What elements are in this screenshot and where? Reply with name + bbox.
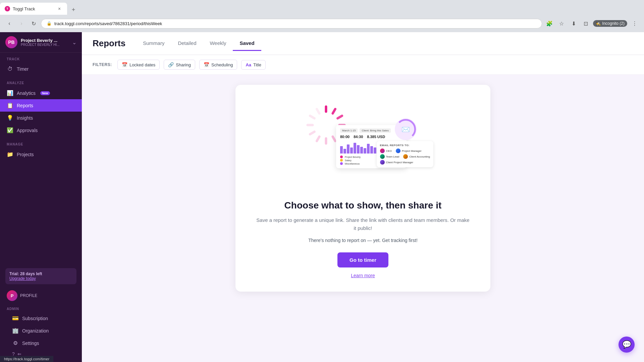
tab-summary[interactable]: Summary (136, 36, 171, 51)
incognito-label: Incognito (2) (602, 21, 625, 26)
recipient-avatar-tl (380, 154, 385, 159)
chat-icon: 💬 (622, 340, 631, 349)
browser-chrome: T Toggl Track × + ‹ › ↻ 🔒 track.toggl.co… (0, 0, 644, 32)
upgrade-link[interactable]: Upgrade today (9, 276, 72, 281)
filters-bar: FILTERS: 📅 Locked dates 🔗 Sharing 📅 Sche… (82, 55, 644, 75)
analyze-section-label: ANALYZE (0, 79, 82, 87)
analytics-label: Analytics (17, 90, 36, 96)
insights-icon: 💡 (7, 115, 13, 121)
reports-page-title: Reports (93, 38, 125, 49)
split-screen-icon[interactable]: ⊡ (581, 19, 590, 28)
sidebar-item-projects[interactable]: 📁 Projects (0, 148, 82, 161)
nav-bar: ‹ › ↻ 🔒 track.toggl.com/reports/saved/78… (0, 15, 644, 32)
filter-title[interactable]: Aa Title (241, 60, 266, 70)
card-subtext: Save a report to generate a unique link.… (256, 216, 470, 232)
url-bar[interactable]: 🔒 track.toggl.com/reports/saved/7862831/… (41, 19, 542, 28)
filter-locked-dates[interactable]: 📅 Locked dates (117, 60, 160, 70)
sidebar-item-insights[interactable]: 💡 Insights (0, 112, 82, 124)
illustration-container: March 1-15 Client: Bring this Sales 80:0… (292, 98, 433, 192)
scheduling-label: Scheduling (211, 62, 233, 67)
sidebar-item-reports[interactable]: 📋 Reports (0, 99, 82, 112)
svg-line-5 (333, 137, 335, 141)
tab-close-button[interactable]: × (56, 6, 62, 12)
reports-tabs: Summary Detailed Weekly Saved (136, 36, 261, 51)
trial-text: Trial: 28 days left (9, 272, 72, 276)
email-recipients-title: EMAIL REPORTS TO: (380, 144, 430, 147)
svg-line-10 (310, 116, 314, 119)
recipient-avatar-ceo (380, 148, 385, 153)
filter-scheduling[interactable]: 📅 Scheduling (199, 60, 237, 70)
nav-right-controls: 🧩 ☆ ⬇ ⊡ 🕵 Incognito (2) ⋮ (545, 19, 639, 28)
card-heading: Choose what to show, then share it (284, 200, 442, 211)
title-label: Title (253, 62, 261, 67)
sidebar-toggle-button[interactable]: ⌄ (72, 39, 76, 46)
subscription-icon: 💳 (12, 315, 19, 321)
new-tab-button[interactable]: + (68, 5, 78, 15)
sidebar-item-subscription[interactable]: 💳 Subscription (5, 312, 76, 324)
avatar: P (7, 290, 17, 301)
settings-label: Settings (22, 341, 39, 346)
sidebar-item-settings[interactable]: ⚙ Settings (5, 337, 76, 349)
recipient-name-tl: Team Lead (386, 155, 399, 158)
analyze-section: ANALYZE 📊 Analytics New 📋 Reports 💡 Insi… (0, 76, 82, 138)
approvals-icon: ✅ (7, 127, 13, 133)
active-tab[interactable]: T Toggl Track × (0, 3, 67, 15)
central-card: March 1-15 Client: Bring this Sales 80:0… (235, 85, 490, 292)
svg-line-8 (310, 132, 314, 134)
reload-button[interactable]: ↻ (29, 19, 38, 28)
back-button[interactable]: ‹ (5, 19, 14, 28)
track-section-label: TRACK (0, 55, 82, 63)
title-icon: Aa (246, 62, 251, 67)
incognito-icon: 🕵 (596, 21, 601, 26)
reports-header: Reports Summary Detailed Weekly Saved (82, 32, 644, 55)
track-section: TRACK ⏱ Timer (0, 53, 82, 76)
download-icon[interactable]: ⬇ (569, 19, 578, 28)
url-text: track.toggl.com/reports/saved/7862831/pe… (54, 21, 162, 26)
approvals-label: Approvals (17, 128, 38, 133)
svg-line-2 (338, 116, 342, 119)
timer-icon: ⏱ (7, 66, 13, 72)
sidebar: PB Project Beverly ... PROJECT BEVERLY H… (0, 32, 82, 362)
manage-section-label: MANAGE (0, 140, 82, 148)
extensions-icon[interactable]: 🧩 (545, 19, 554, 28)
scheduling-icon: 📅 (204, 62, 209, 67)
timer-label: Timer (17, 66, 29, 72)
preview-date-chip: March 1-15 (340, 128, 358, 133)
card-notice: There's nothing to report on — yet. Get … (308, 238, 418, 243)
preview-stat-1: 80:00 (340, 135, 350, 139)
recipient-name-ca: Client Accounting (409, 155, 430, 158)
forward-button[interactable]: › (17, 19, 26, 28)
project-name: Project Beverly ... (21, 38, 69, 43)
sidebar-header[interactable]: PB Project Beverly ... PROJECT BEVERLY H… (0, 32, 82, 53)
reports-label: Reports (17, 103, 33, 108)
status-bar: https://track.toggl.com/timer (0, 356, 53, 362)
sidebar-item-approvals[interactable]: ✅ Approvals (0, 124, 82, 136)
tab-weekly[interactable]: Weekly (203, 36, 233, 51)
projects-label: Projects (17, 152, 34, 157)
go-to-timer-button[interactable]: Go to timer (337, 252, 388, 267)
incognito-badge: 🕵 Incognito (2) (593, 20, 627, 27)
analytics-new-badge: New (40, 91, 50, 95)
app-layout: PB Project Beverly ... PROJECT BEVERLY H… (0, 32, 644, 362)
learn-more-link[interactable]: Learn more (351, 273, 375, 278)
reports-icon: 📋 (7, 102, 13, 109)
tab-bar: T Toggl Track × + (0, 0, 644, 15)
bookmark-icon[interactable]: ☆ (557, 19, 566, 28)
sidebar-item-organization[interactable]: 🏢 Organization (5, 324, 76, 337)
preview-stat-2: 84:30 (354, 135, 363, 139)
lock-icon: 🔒 (47, 21, 52, 26)
project-info: Project Beverly ... PROJECT BEVERLY HI..… (21, 38, 69, 47)
menu-icon[interactable]: ⋮ (630, 19, 639, 28)
email-circle: ✉️ (395, 118, 417, 140)
tab-detailed[interactable]: Detailed (171, 36, 203, 51)
tab-saved[interactable]: Saved (233, 36, 261, 51)
sidebar-item-timer[interactable]: ⏱ Timer (0, 63, 82, 75)
profile-row[interactable]: P PROFILE (5, 288, 76, 303)
project-subtitle: PROJECT BEVERLY HI... (21, 43, 69, 47)
profile-label: PROFILE (20, 293, 37, 298)
svg-line-1 (333, 109, 335, 113)
chat-widget-button[interactable]: 💬 (619, 337, 635, 353)
filter-sharing[interactable]: 🔗 Sharing (164, 60, 195, 70)
settings-icon: ⚙ (12, 340, 19, 346)
sidebar-item-analytics[interactable]: 📊 Analytics New (0, 87, 82, 99)
